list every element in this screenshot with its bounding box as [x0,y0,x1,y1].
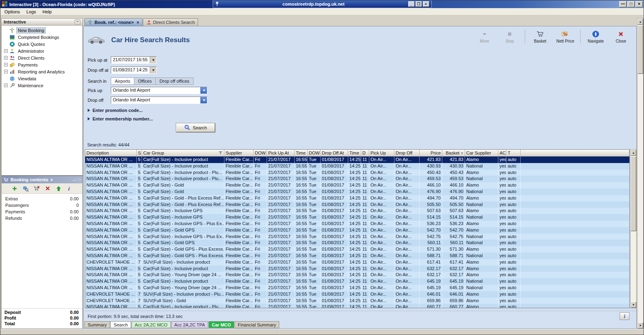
sidebar-item-viewdata[interactable]: Viewdata [2,75,82,82]
close-booking-panel-icon[interactable]: × [50,178,53,182]
scrollbar-thumb[interactable] [638,25,643,74]
bottom-tab-acc-2a-2c-mco[interactable]: Acc 2A,2C MCO [131,321,171,328]
sidebar-item-quick-quotes[interactable]: Quick Quotes [2,41,82,47]
expander-icon[interactable]: + [4,63,8,67]
result-row-10[interactable]: NISSAN ALTIMA OR ...5Car(Full Size) - In… [85,221,629,227]
searchin-drop-off-offices[interactable]: Drop off offices [156,77,194,85]
sidebar-item-new-booking[interactable]: New Booking [2,27,82,34]
nett-price-button[interactable]: %Nett Price [554,30,577,43]
result-row-18[interactable]: NISSAN ALTIMA OR ...5Car(Full Size) - Yo… [85,272,629,278]
dropoff-location-combo[interactable]: Orlando Intl Airport [111,97,207,104]
expander-icon[interactable]: + [4,70,8,73]
expander-icon[interactable]: + [4,56,8,60]
minimize-button[interactable]: — [619,1,627,7]
column-header-time-9[interactable]: Time [348,150,361,156]
result-row-6[interactable]: NISSAN ALTIMA OR ...5Car(Full Size) - Go… [85,195,629,202]
tab-book-ref-none[interactable]: Book. ref.: <none>× [84,18,142,26]
main-scrollbar[interactable]: ▲ ▼ [637,18,644,329]
table-scrollbar-thumb[interactable] [631,156,636,231]
bottom-tab-search[interactable]: Search [110,321,131,328]
column-header-ac-16[interactable]: AC [498,150,506,156]
promotion-code-expander[interactable]: Enter promotion code... [88,107,315,114]
result-row-15[interactable]: NISSAN ALTIMA OR ...5Car(Full Size) - Go… [85,253,629,259]
column-header-description-0[interactable]: Description [85,150,137,156]
result-row-17[interactable]: NISSAN ALTIMA OR ...5Car(Full Size) - In… [85,266,629,272]
column-header-car-supplier-15[interactable]: Car Supplier [465,150,498,156]
booking-panel-maximize-icon[interactable]: □ [78,178,81,182]
result-row-22[interactable]: CHEVROLET TAHOE ...7SUV(Full Size) - Gol… [85,298,629,304]
column-header-pick-up-at-5[interactable]: Pick Up At [267,150,295,156]
scroll-down-icon[interactable]: ▼ [631,302,636,308]
chevron-down-icon[interactable] [200,87,207,94]
navigate-button[interactable]: Navigate [584,30,607,43]
result-row-13[interactable]: NISSAN ALTIMA OR ...5Car(Full Size) - Go… [85,240,629,246]
result-row-4[interactable]: NISSAN ALTIMA OR ...5Car(Full Size) - Go… [85,182,629,189]
result-row-21[interactable]: CHEVROLET TAHOE ...7SUV(Full Size) - Inc… [85,291,629,298]
column-header-dow-4[interactable]: DOW [254,150,267,156]
chevron-down-icon[interactable] [150,57,156,63]
scroll-up-icon[interactable]: ▲ [631,150,636,156]
bottom-tab-acc-2a-2c-tpa[interactable]: Acc 2A,2C TPA [171,321,208,328]
booking-panel-minimize-icon[interactable]: — [73,178,77,182]
result-row-14[interactable]: NISSAN ALTIMA OR ...5Car(Full Size) - Go… [85,246,629,253]
close-button[interactable]: Close [610,30,632,43]
tab-close-icon[interactable]: × [137,20,139,25]
scroll-down-icon[interactable]: ▼ [638,322,643,329]
menu-options[interactable]: Options [1,9,23,15]
searchin-airports[interactable]: Airports [111,77,134,85]
expander-icon[interactable]: + [4,84,8,87]
dropoff-at-combo[interactable]: 01/08/2017 14:25 [111,67,157,74]
delete-icon[interactable] [44,185,51,192]
column-header-car-group-2[interactable]: Car Group [142,150,224,156]
result-row-1[interactable]: NISSAN ALTIMA OR ...5Car(Full Size) - In… [85,163,629,170]
menu-logs[interactable]: Logs [23,9,39,15]
pickup-at-combo[interactable]: 21/07/2017 16:55 [111,56,157,64]
chevron-down-icon[interactable] [200,97,207,103]
pickup-location-combo[interactable]: Orlando Intl Airport [111,87,207,94]
column-header-drop-off-at-8[interactable]: Drop Off At [321,150,348,156]
column-header-price-13[interactable]: Price [420,150,442,156]
column-header-time-6[interactable]: Time [295,150,308,156]
search-button[interactable]: Search [176,123,215,132]
result-row-3[interactable]: NISSAN ALTIMA OR ...5Car(Full Size) - In… [85,176,629,182]
bottom-tab-summary[interactable]: Summary [84,321,110,328]
tab-direct-clients-search[interactable]: Direct Clients Search [143,18,198,26]
sidebar-item-payments[interactable]: +Payments [2,61,82,68]
column-header-d-10[interactable]: D [361,150,369,156]
column-header-drop-off-12[interactable]: Drop Off [394,150,420,156]
funnel-icon[interactable] [218,151,223,155]
result-row-12[interactable]: NISSAN ALTIMA OR ...5Car(Full Size) - In… [85,234,629,240]
column-header-pick-up-11[interactable]: Pick Up [369,150,394,156]
sidebar-item-completed-bookings[interactable]: Completed Bookings [2,34,82,41]
pin-icon[interactable] [215,1,219,7]
result-row-11[interactable]: NISSAN ALTIMA OR ...5Car(Full Size) - Go… [85,227,629,234]
sidebar-item-maintenance[interactable]: +Maintenance [2,82,82,89]
arrow-up-icon[interactable] [55,185,62,192]
result-row-8[interactable]: NISSAN ALTIMA OR ...5Car(Full Size) - In… [85,208,629,214]
bottom-tab-financial-summary[interactable]: Financial Summary [235,321,279,328]
column-header-dow-7[interactable]: DOW [308,150,321,156]
add-icon[interactable] [11,185,18,192]
globe-search-icon[interactable] [22,185,29,192]
result-row-7[interactable]: NISSAN ALTIMA OR ...5Car(Full Size) - Go… [85,202,629,208]
membership-number-expander[interactable]: Enter membership number... [88,116,315,122]
menu-help[interactable]: Help [39,9,55,15]
column-header-supplier-3[interactable]: Supplier [224,150,254,156]
chevron-down-icon[interactable] [150,67,156,73]
column-header-basket-14[interactable]: Basket▼ [442,150,465,156]
close-window-button[interactable]: × [635,1,643,7]
expander-icon[interactable]: + [4,49,8,53]
result-row-16[interactable]: CHEVROLET TAHOE ...7SUV(Full Size) - Inc… [85,259,629,266]
column-header-s-1[interactable]: S [137,150,142,156]
result-row-5[interactable]: NISSAN ALTIMA OR ...5Car(Full Size) - Go… [85,189,629,195]
rdp-restore-button[interactable]: ❐ [416,1,422,7]
result-row-0[interactable]: NISSAN ALTIMA OR ...5Car(Full Size) - In… [85,157,629,163]
result-row-23[interactable]: NISSAN ALTIMA OR ...5Car(Full Size) - In… [85,304,629,308]
sidebar-item-reporting-and-analytics[interactable]: +Reporting and Analytics [2,68,82,75]
rdp-close-button[interactable]: × [423,1,429,7]
scroll-up-icon[interactable]: ▲ [638,19,643,25]
info-button[interactable]: i [620,312,629,320]
maximize-button[interactable]: □ [627,1,635,7]
result-row-9[interactable]: NISSAN ALTIMA OR ...5Car(Full Size) - In… [85,214,629,221]
searchin-offices[interactable]: Offices [134,77,156,85]
